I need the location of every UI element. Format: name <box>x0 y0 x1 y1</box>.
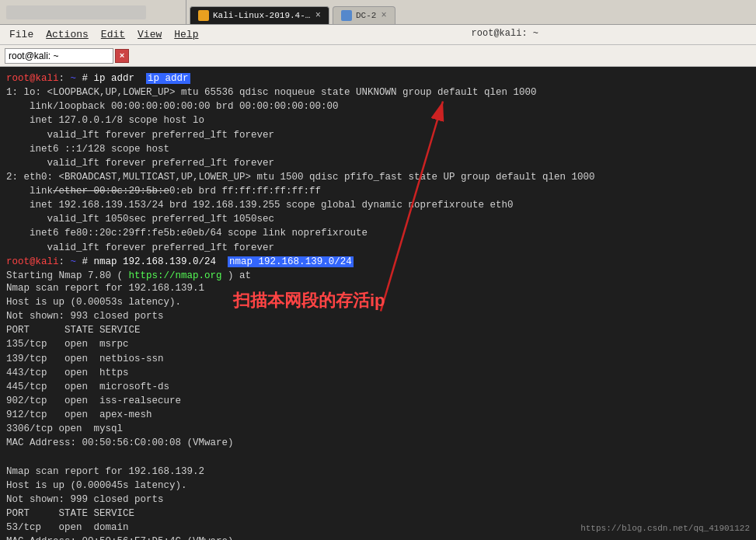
menu-bar: File Actions Edit View Help <box>0 25 756 45</box>
search-clear-button[interactable]: × <box>115 49 129 63</box>
search-input[interactable] <box>5 48 113 64</box>
bottom-link: https://blog.csdn.net/qq_41901122 <box>580 523 750 535</box>
menu-help[interactable]: Help <box>168 27 204 42</box>
tab-label-kali: Kali-Linux-2019.4-vmware-a... <box>213 11 311 20</box>
terminal-output-2: Nmap scan report for 192.168.139.1 Host … <box>6 281 750 540</box>
tab-dc2[interactable]: DC-2 × <box>333 6 395 24</box>
tab-icon-kali <box>198 10 209 21</box>
title-bar-left <box>0 0 186 24</box>
tab-close-dc2[interactable]: × <box>381 10 386 21</box>
menu-view[interactable]: View <box>131 27 168 42</box>
tab-label-dc2: DC-2 <box>356 11 376 20</box>
terminal: root@kali: ~ # ip addr ip addr 1: lo: <L… <box>0 67 756 540</box>
tab-close-kali[interactable]: × <box>315 10 321 21</box>
menu-edit[interactable]: Edit <box>95 27 131 42</box>
tabs-area: Kali-Linux-2019.4-vmware-a... × DC-2 × <box>186 0 756 24</box>
tab-kali[interactable]: Kali-Linux-2019.4-vmware-a... × <box>190 6 329 24</box>
menu-file[interactable]: File <box>3 27 40 42</box>
terminal-output: root@kali: ~ # ip addr ip addr 1: lo: <L… <box>6 71 750 283</box>
title-bar: Kali-Linux-2019.4-vmware-a... × DC-2 × r… <box>0 0 756 25</box>
tab-tooltip: root@kali: ~ <box>472 28 538 39</box>
search-bar: × <box>0 45 756 67</box>
tab-icon-dc2 <box>341 10 352 21</box>
menu-actions[interactable]: Actions <box>40 27 95 42</box>
annotation-text: 扫描本网段的存活ip <box>233 288 385 313</box>
